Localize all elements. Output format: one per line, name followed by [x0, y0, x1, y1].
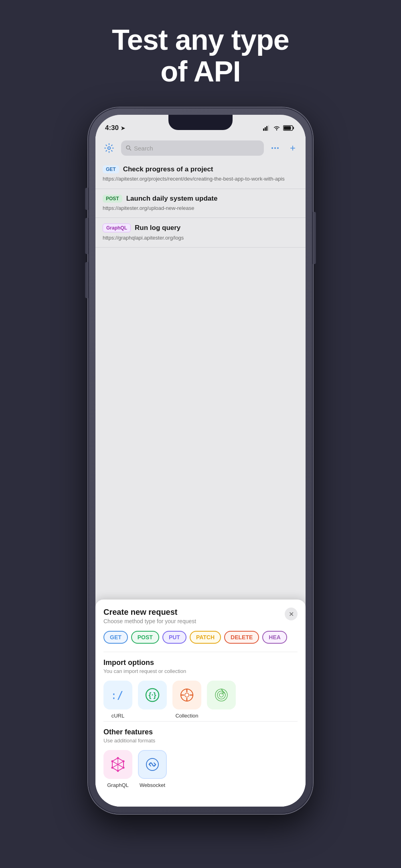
graphql-icon [109, 756, 126, 773]
svg-point-35 [117, 770, 119, 772]
svg-rect-6 [284, 126, 291, 130]
collection-icon-box [172, 681, 201, 709]
side-button-volume-down [85, 262, 88, 298]
svg-rect-3 [268, 125, 269, 131]
add-button[interactable]: + [286, 142, 299, 154]
hero-title: Test any type of API [112, 24, 289, 87]
status-time: 4:30 ➤ [105, 124, 125, 132]
request-list: GET Check progress of a project https://… [95, 160, 306, 248]
curl-icon-box: :/ / [103, 681, 132, 709]
request-url: https://apitester.org/upload-new-release [103, 205, 298, 212]
gear-icon [104, 143, 114, 153]
pill-get[interactable]: GET [103, 631, 128, 644]
curl-icon: :/ / [110, 688, 126, 702]
pill-delete[interactable]: DELETE [224, 631, 259, 644]
collection-label: Collection [175, 713, 198, 719]
svg-rect-5 [293, 127, 294, 129]
wifi-icon [273, 125, 280, 131]
bottom-sheet: Create new request Choose method type fo… [95, 600, 306, 807]
sheet-header: Create new request Choose method type fo… [103, 608, 298, 624]
svg-point-32 [117, 757, 119, 759]
radar-icon-box [207, 681, 236, 709]
curl-option[interactable]: :/ / cURL [103, 681, 132, 719]
import-icons-row: :/ / cURL [103, 681, 298, 719]
side-button-volume-up [85, 218, 88, 254]
sheet-header-text: Create new request Choose method type fo… [103, 608, 196, 624]
pill-patch[interactable]: PATCH [190, 631, 221, 644]
svg-point-36 [111, 767, 113, 769]
notch [168, 115, 233, 130]
request-item[interactable]: GET Check progress of a project https://… [95, 160, 306, 189]
postman-icon-box: {·} [138, 681, 167, 709]
pill-put[interactable]: PUT [162, 631, 186, 644]
request-title: Launch daily system update [126, 195, 218, 203]
svg-rect-0 [263, 128, 264, 131]
svg-point-11 [277, 147, 279, 149]
svg-point-33 [123, 760, 125, 762]
section-divider [103, 652, 298, 652]
other-icons-row: GraphQL [103, 750, 298, 788]
websocket-label: Websocket [140, 782, 165, 788]
collection-icon [179, 687, 195, 703]
other-features-section: Other features Use additional formats [103, 728, 298, 788]
websocket-icon-box [138, 750, 167, 779]
phone-shell: 4:30 ➤ [88, 108, 313, 814]
pill-head[interactable]: HEA [262, 631, 287, 644]
svg-rect-1 [265, 127, 266, 131]
svg-point-10 [274, 147, 276, 149]
svg-point-34 [123, 767, 125, 769]
svg-marker-27 [221, 690, 224, 695]
method-pills: GET POST PUT PATCH DELETE HEA [103, 631, 298, 644]
postman-icon: {·} [144, 687, 161, 703]
side-button-mute [85, 188, 88, 210]
battery-icon [283, 125, 294, 131]
radar-option[interactable] [207, 681, 236, 719]
status-icons [263, 125, 294, 131]
other-features-subtitle: Use additional formats [103, 738, 298, 744]
graphql-option[interactable]: GraphQL [103, 750, 132, 788]
websocket-option[interactable]: Websocket [138, 750, 167, 788]
phone-mockup: 4:30 ➤ [88, 108, 313, 814]
svg-point-37 [111, 760, 113, 762]
request-url: https://graphqlapi.apitester.org/logs [103, 234, 298, 242]
svg-point-9 [271, 147, 273, 149]
method-badge-post: POST [103, 195, 122, 203]
method-badge-get: GET [103, 165, 119, 173]
section-divider-2 [103, 721, 298, 722]
request-title: Check progress of a project [123, 165, 213, 173]
collection-option[interactable]: Collection [172, 681, 201, 719]
svg-text:/: / [117, 689, 124, 701]
side-button-power [313, 212, 316, 264]
request-title: Run log query [135, 224, 180, 232]
ellipsis-icon [270, 143, 280, 153]
import-section: Import options You can import request or… [103, 659, 298, 719]
search-input[interactable]: Search [121, 140, 264, 156]
sheet-subtitle: Choose method type for your request [103, 618, 196, 624]
more-button[interactable] [269, 142, 282, 154]
signal-icon [263, 125, 270, 131]
close-button[interactable]: ✕ [285, 608, 298, 620]
svg-rect-2 [266, 126, 267, 131]
websocket-icon [144, 756, 161, 773]
request-url: https://apitester.org/projects/recent/de… [103, 175, 298, 183]
pill-post[interactable]: POST [131, 631, 159, 644]
search-row: Search + [95, 136, 306, 160]
request-item[interactable]: GraphQL Run log query https://graphqlapi… [95, 218, 306, 248]
method-badge-graphql: GraphQL [103, 224, 131, 232]
svg-point-22 [185, 693, 189, 697]
import-section-subtitle: You can import request or collection [103, 668, 298, 674]
svg-point-7 [108, 147, 111, 150]
search-icon [126, 145, 132, 151]
svg-text:{·}: {·} [148, 691, 156, 699]
curl-label: cURL [111, 713, 125, 719]
request-item[interactable]: POST Launch daily system update https://… [95, 189, 306, 218]
import-section-title: Import options [103, 659, 298, 667]
graphql-icon-box [103, 750, 132, 779]
phone-screen: 4:30 ➤ [95, 115, 306, 807]
location-icon: ➤ [121, 125, 125, 131]
app-content: Search + [95, 136, 306, 807]
postman-option[interactable]: {·} [138, 681, 167, 719]
other-features-title: Other features [103, 728, 298, 736]
settings-button[interactable] [102, 141, 116, 155]
graphql-label: GraphQL [107, 782, 128, 788]
